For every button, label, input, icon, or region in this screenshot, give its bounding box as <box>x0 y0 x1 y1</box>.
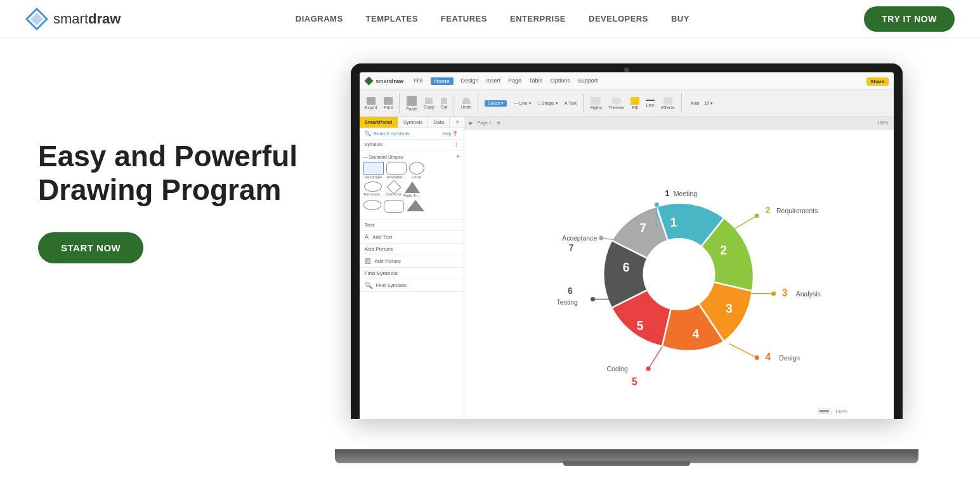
shape-triangle[interactable]: Right Tri... <box>403 181 421 197</box>
svg-text:7: 7 <box>568 242 573 253</box>
toolbar-separator-2 <box>454 94 454 113</box>
toolbar-line[interactable]: — Line ▾ <box>513 101 531 106</box>
shape-rounded[interactable]: Rounded... <box>386 162 407 179</box>
app-nav-home[interactable]: Home <box>431 77 454 85</box>
sidebar-tab-symbols[interactable]: Symbols <box>398 117 429 128</box>
svg-text:2: 2 <box>765 205 770 215</box>
shape-diamond[interactable]: Diamond <box>386 181 401 197</box>
page-add-button[interactable]: ⊕ <box>497 121 500 126</box>
nav-diagrams[interactable]: DIAGRAMS <box>296 14 343 23</box>
add-text-icon: A <box>365 234 369 241</box>
app-nav-insert[interactable]: Insert <box>487 77 501 85</box>
svg-point-38 <box>591 297 595 301</box>
toolbar-themes[interactable]: Themes <box>608 97 624 110</box>
svg-line-29 <box>729 344 757 358</box>
app-nav-support[interactable]: Support <box>578 77 598 85</box>
shape-more-3[interactable] <box>407 200 424 213</box>
toolbar-effects[interactable]: Effects <box>661 97 674 110</box>
svg-line-33 <box>648 346 662 369</box>
sidebar-add-text[interactable]: A Add Text <box>360 231 464 244</box>
screen-inner: smartdraw File Home Design Insert Page T… <box>360 72 894 419</box>
nav-enterprise[interactable]: ENTERPRISE <box>510 14 566 23</box>
puzzle-diagram: 1 2 3 4 5 6 7 <box>464 129 894 419</box>
toolbar-undo[interactable]: Undo <box>461 98 471 109</box>
find-icon: 🔍 <box>365 282 372 289</box>
shape-ellipse[interactable]: Terminate... <box>363 181 383 197</box>
shapes-row-3 <box>363 200 460 213</box>
toolbar-separator-5 <box>681 94 682 113</box>
app-body: SmartPanel Symbols Data ✕ 🔍 Search symbo… <box>360 117 894 419</box>
app-nav-page[interactable]: Page <box>508 77 521 85</box>
page-nav-arrow[interactable]: ▶ <box>469 121 473 126</box>
picture-icon: 🖼 <box>365 258 371 265</box>
search-icon: 🔍 <box>365 131 371 136</box>
search-symbols-label[interactable]: Search symbols <box>374 131 410 136</box>
toolbar-styles[interactable]: Styles <box>590 97 602 110</box>
toolbar-paste[interactable]: Paste <box>406 96 417 111</box>
nav-developers[interactable]: DEVELOPERS <box>589 14 648 23</box>
svg-point-26 <box>771 291 776 296</box>
toolbar-text[interactable]: A Text <box>565 101 577 105</box>
try-it-now-button[interactable]: TRY IT NOW <box>864 6 955 32</box>
help-link[interactable]: Help ❓ <box>442 131 458 136</box>
toolbar-export[interactable]: Export <box>365 97 377 110</box>
main-nav: DIAGRAMS TEMPLATES FEATURES ENTERPRISE D… <box>296 14 689 23</box>
app-share-button[interactable]: Share <box>866 77 888 86</box>
svg-text:Coding: Coding <box>606 365 627 373</box>
sidebar-tab-smartpanel[interactable]: SmartPanel <box>360 117 398 128</box>
app-ui: smartdraw File Home Design Insert Page T… <box>360 72 894 419</box>
svg-text:Meeting: Meeting <box>673 190 697 197</box>
shape-more-1[interactable] <box>363 200 381 213</box>
canvas-page-bar: ▶ Page 1 ⊕ 130% <box>464 117 894 129</box>
toolbar-separator-1 <box>399 94 400 113</box>
sidebar-text-section: Text <box>360 220 464 231</box>
app-nav-table[interactable]: Table <box>529 77 543 85</box>
add-picture-label: Add Picture <box>375 258 401 264</box>
logo[interactable]: smartdraw <box>25 8 121 30</box>
app-toolbar: Export Print Paste <box>360 90 894 117</box>
nav-templates[interactable]: TEMPLATES <box>366 14 418 23</box>
app-nav-options[interactable]: Options <box>551 77 570 85</box>
toolbar-line2[interactable]: Line <box>646 100 655 107</box>
app-nav-design[interactable]: Design <box>461 77 479 85</box>
logo-text: smartdraw <box>53 11 121 27</box>
sidebar-find-symbols[interactable]: 🔍 Find Symbols <box>360 279 464 292</box>
toolbar-separator-3 <box>478 94 478 113</box>
site-header: smartdraw DIAGRAMS TEMPLATES FEATURES EN… <box>0 0 980 38</box>
svg-rect-47 <box>819 410 829 412</box>
app-nav: File Home Design Insert Page Table Optio… <box>414 77 598 85</box>
toolbar-select[interactable]: Select ▾ <box>485 100 507 107</box>
standard-shapes-close[interactable]: ✕ <box>456 154 460 159</box>
sidebar-add-picture[interactable]: 🖼 Add Picture <box>360 255 464 268</box>
toolbar-cut[interactable]: Cut <box>440 98 447 109</box>
main-content: Easy and Powerful Drawing Program START … <box>0 38 980 488</box>
shapes-row-1: Rectangle Rounded... Circl <box>363 162 460 179</box>
sidebar-close-button[interactable]: ✕ <box>452 117 464 128</box>
start-now-button[interactable]: START NOW <box>38 232 143 263</box>
svg-point-34 <box>646 367 650 371</box>
shape-circle[interactable]: Circle <box>409 162 424 179</box>
svg-text:Analysis: Analysis <box>795 290 820 298</box>
app-logo: smartdraw <box>365 77 404 86</box>
svg-text:3: 3 <box>726 302 733 315</box>
shape-rectangle[interactable]: Rectangle <box>363 162 384 179</box>
app-header: smartdraw File Home Design Insert Page T… <box>360 72 894 90</box>
laptop-screen: smartdraw File Home Design Insert Page T… <box>351 63 903 419</box>
toolbar-print[interactable]: Print <box>384 97 393 110</box>
sidebar-tab-data[interactable]: Data <box>428 117 450 128</box>
shape-more-2[interactable] <box>384 200 404 213</box>
svg-text:1: 1 <box>670 216 677 229</box>
toolbar-fill[interactable]: Fill <box>630 97 639 110</box>
canvas-drawing-area[interactable]: 1 2 3 4 5 6 7 <box>464 129 894 419</box>
app-nav-file[interactable]: File <box>414 77 423 85</box>
shapes-row-2: Terminate... Diamond Right <box>363 181 460 197</box>
sidebar-tabs: SmartPanel Symbols Data ✕ <box>360 117 464 128</box>
nav-buy[interactable]: BUY <box>671 14 689 23</box>
nav-features[interactable]: FEATURES <box>441 14 487 23</box>
svg-text:Requirements: Requirements <box>776 207 817 214</box>
app-logo-text: smartdraw <box>376 78 404 84</box>
toolbar-shape[interactable]: □ Shape ▾ <box>538 101 558 106</box>
svg-text:3: 3 <box>781 287 787 298</box>
svg-text:Testing: Testing <box>556 298 577 306</box>
toolbar-copy[interactable]: Copy <box>424 98 434 109</box>
